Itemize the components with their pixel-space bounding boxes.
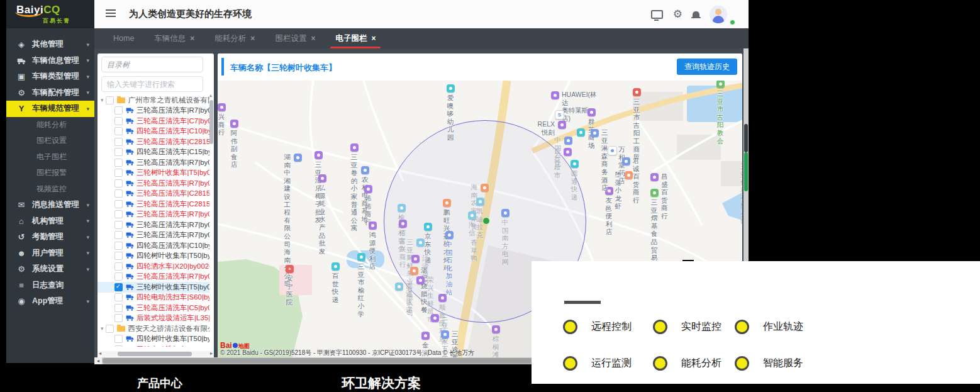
sidebar-item-users[interactable]: ☻ 用户管理 ▾ bbox=[6, 245, 94, 262]
tab-Home[interactable]: Home bbox=[103, 28, 144, 48]
tree-vehicle-row[interactable]: 四轮电动洗扫车|S60|by00182 bbox=[97, 293, 209, 303]
tree-horizontal-scrollbar[interactable] bbox=[97, 351, 214, 357]
sidebar-subitem-3[interactable]: 围栏报警 bbox=[6, 165, 94, 181]
truck-icon bbox=[126, 201, 134, 208]
sidebar-item-organization[interactable]: ⌂ 机构管理 ▾ bbox=[6, 213, 94, 230]
tree-checkbox[interactable] bbox=[114, 117, 123, 125]
tab-close-icon[interactable] bbox=[311, 34, 315, 43]
tree-vehicle-row[interactable]: 四轮树叶收集车|T50|by00210 bbox=[97, 251, 209, 262]
tree-vehicle-row[interactable]: 三轮高压清洗车|R7|by00112 bbox=[97, 220, 209, 230]
tree-vertical-scrollbar[interactable] bbox=[209, 95, 213, 340]
sidebar-subitem-1[interactable]: 围栏设置 bbox=[6, 133, 94, 149]
sidebar-item-message-push[interactable]: ✉ 消息推送管理 ▾ bbox=[6, 197, 94, 213]
tree-checkbox[interactable] bbox=[114, 242, 123, 250]
tab-close-icon[interactable] bbox=[371, 34, 376, 43]
scrollbar-thumb[interactable] bbox=[744, 152, 748, 191]
tree-checkbox[interactable] bbox=[114, 231, 123, 239]
tree-vehicle-row[interactable]: 三轮高压清洗车|R7|by00109 bbox=[97, 272, 209, 283]
tab-close-icon[interactable] bbox=[190, 34, 194, 43]
tree-vehicle-row[interactable]: 三轮高压清洗车|C2815|by00031 bbox=[97, 199, 209, 210]
tree-group-row[interactable]: ▾ 广州市常之青机械设备有限公司 bbox=[97, 95, 209, 106]
tree-expander-icon[interactable]: ▾ bbox=[101, 325, 104, 332]
tree-checkbox[interactable] bbox=[114, 345, 123, 347]
scroll-left-icon[interactable] bbox=[99, 350, 101, 356]
poi-marker-icon bbox=[633, 88, 641, 96]
tree-checkbox[interactable] bbox=[114, 304, 123, 312]
sidebar-item-vehicle-type[interactable]: ▣ 车辆类型管理 ▾ bbox=[6, 69, 94, 85]
bottom-link-product-center[interactable]: 产品中心 bbox=[137, 376, 182, 391]
directory-tree-input[interactable] bbox=[101, 57, 203, 72]
tree-vehicle-row[interactable]: 四轮树叶收集车|T50|by00218 bbox=[97, 334, 209, 345]
tree-vehicle-row[interactable]: 三轮树叶收集车|T5|by00228 bbox=[97, 168, 209, 179]
tree-vehicle-row[interactable]: 三轮高压清洗车|C2815|by00002 bbox=[97, 189, 209, 199]
tree-vehicle-row[interactable]: 三轮高压清洗车|C5|by00147 bbox=[97, 303, 209, 313]
tree-vehicle-row[interactable]: 四轮高压清洗车|C10|by00089 bbox=[97, 240, 209, 251]
tab-电子围栏[interactable]: 电子围栏 bbox=[325, 28, 386, 48]
tree-checkbox[interactable] bbox=[114, 252, 123, 260]
monitor-icon[interactable] bbox=[651, 10, 663, 19]
avatar[interactable] bbox=[710, 6, 727, 23]
sidebar-subitem-2[interactable]: 电子围栏 bbox=[6, 149, 94, 165]
tree-checkbox[interactable] bbox=[114, 221, 123, 229]
tree-checkbox[interactable] bbox=[114, 262, 123, 271]
tree-checkbox[interactable] bbox=[114, 148, 123, 156]
tree-vehicle-row[interactable]: 四轮高压清洗车|C10|by00102 bbox=[97, 126, 209, 137]
tree-checkbox[interactable] bbox=[114, 200, 123, 208]
tree-checkbox[interactable] bbox=[114, 189, 123, 198]
tree-vehicle-row[interactable]: 三轮高压清洗车|R7|by00114 bbox=[97, 210, 209, 220]
tree-checkbox[interactable] bbox=[114, 159, 123, 167]
sidebar-item-app[interactable]: ◉ App管理 ▾ bbox=[6, 293, 94, 310]
poi-marker-icon bbox=[476, 198, 484, 206]
tab-能耗分析[interactable]: 能耗分析 bbox=[204, 28, 265, 48]
gear-icon[interactable]: ⚙ bbox=[673, 9, 682, 20]
tree-checkbox[interactable] bbox=[114, 210, 123, 218]
tab-车辆信息[interactable]: 车辆信息 bbox=[144, 28, 204, 48]
tree-checkbox[interactable] bbox=[114, 179, 123, 188]
hamburger-menu-icon[interactable] bbox=[106, 9, 116, 18]
tree-checkbox[interactable] bbox=[114, 293, 123, 301]
bell-icon[interactable] bbox=[693, 11, 699, 17]
tree-vehicle-row[interactable]: 三轮高压清洗车|C2815|by00017 bbox=[97, 137, 209, 147]
tab-围栏设置[interactable]: 围栏设置 bbox=[265, 28, 325, 48]
folder-icon bbox=[117, 326, 125, 332]
tree-vehicle-row[interactable]: 三轮高压清洗车|C7|by00143 bbox=[97, 116, 209, 126]
tree-group-row[interactable]: ▾ 西安天之骄清洁设备有限公司 bbox=[97, 323, 209, 334]
tree-vehicle-row[interactable]: 三轮高压清洗车|R7|by00111 bbox=[97, 230, 209, 241]
sidebar-item-logs[interactable]: ≡ 日志查询 ▾ bbox=[6, 277, 94, 294]
tree-checkbox[interactable] bbox=[114, 283, 123, 291]
query-track-history-button[interactable]: 查询轨迹历史 bbox=[677, 59, 737, 75]
tree-vehicle-row[interactable]: 三轮高压清洗车|R7|by00125 bbox=[97, 106, 209, 116]
tree-checkbox[interactable] bbox=[106, 325, 114, 333]
tree-checkbox[interactable] bbox=[114, 106, 123, 115]
tree-checkbox[interactable] bbox=[114, 314, 123, 322]
tree-checkbox[interactable] bbox=[106, 96, 114, 104]
sidebar-item-other-management[interactable]: ◈ 其他管理 ▾ bbox=[6, 36, 94, 53]
tree-vehicle-row[interactable]: 三轮高压清洗车|R7|by00116 bbox=[97, 178, 209, 189]
tree-vehicle-row[interactable]: 三轮高压清洗车|R7|by00120 bbox=[97, 157, 209, 168]
tree-checkbox[interactable] bbox=[114, 127, 123, 135]
tree-checkbox[interactable] bbox=[114, 272, 123, 281]
tree-vehicle-row[interactable]: 四轮高压清洗车|C15|by00074 bbox=[97, 147, 209, 158]
chevron-down-icon: ▾ bbox=[86, 202, 89, 208]
scroll-left-icon[interactable] bbox=[94, 357, 102, 364]
sidebar-subitem-0[interactable]: 能耗分析 bbox=[6, 117, 94, 133]
tree-vehicle-row[interactable]: 三轮树叶收集车|T5|by00219 bbox=[97, 282, 209, 293]
bottom-link-sanitation-solution[interactable]: 环卫解决方案 bbox=[342, 374, 421, 392]
scroll-right-icon[interactable] bbox=[210, 350, 213, 356]
sidebar-item-system-settings[interactable]: ⚙ 系统设置 ▾ bbox=[6, 261, 94, 277]
sidebar-subitem-4[interactable]: 视频监控 bbox=[6, 181, 94, 198]
sidebar-item-attendance[interactable]: ↺ 考勤管理 ▾ bbox=[6, 229, 94, 245]
tree-expander-icon[interactable]: ▾ bbox=[101, 97, 104, 103]
poi-marker-icon bbox=[218, 103, 226, 111]
tree-vehicle-row[interactable]: 四轮洒水车|X20|by00260 bbox=[97, 261, 209, 272]
tree-checkbox[interactable] bbox=[114, 138, 123, 146]
search-input[interactable] bbox=[101, 76, 203, 92]
tree-checkbox[interactable] bbox=[114, 335, 123, 343]
tree-checkbox[interactable] bbox=[114, 169, 123, 177]
sidebar-item-vehicle-parts[interactable]: ⚙ 车辆配件管理 ▾ bbox=[6, 85, 94, 101]
sidebar-item-vehicle-standard[interactable]: Y 车辆规范管理 ▾ bbox=[6, 101, 94, 117]
tree-vehicle-row[interactable]: 四轮电动洗扫车|S60|by00189 bbox=[97, 344, 209, 347]
tab-close-icon[interactable] bbox=[250, 34, 255, 43]
sidebar-item-vehicle-info[interactable]: 车辆信息管理 ▾ bbox=[6, 53, 94, 69]
tree-vehicle-row[interactable]: 后装式垃圾清运车|L35|by00280 bbox=[97, 313, 209, 324]
